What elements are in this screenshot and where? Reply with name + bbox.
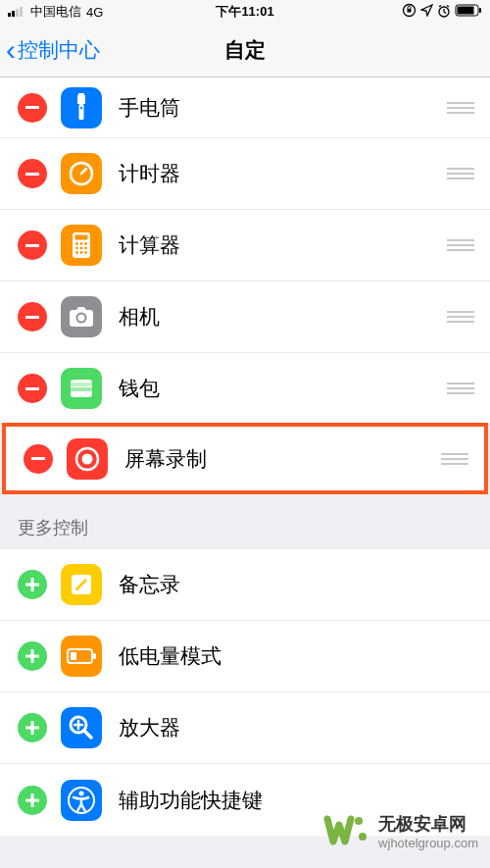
svg-rect-1 <box>12 11 15 17</box>
accessibility-icon <box>61 780 102 821</box>
svg-point-32 <box>80 251 83 254</box>
record-icon <box>67 438 108 480</box>
svg-point-62 <box>79 791 84 795</box>
add-button[interactable] <box>18 786 47 815</box>
drag-handle-icon[interactable] <box>447 168 474 179</box>
svg-rect-60 <box>25 798 39 801</box>
svg-point-28 <box>75 247 78 250</box>
svg-line-10 <box>447 5 449 7</box>
svg-rect-19 <box>25 173 39 176</box>
page-title: 自定 <box>224 36 266 64</box>
drag-handle-icon[interactable] <box>447 102 474 114</box>
remove-button[interactable] <box>18 93 47 123</box>
lock-rotation-icon <box>402 3 416 21</box>
svg-rect-24 <box>75 235 88 240</box>
row-label: 备忘录 <box>119 571 474 598</box>
drag-handle-icon[interactable] <box>447 383 474 394</box>
row-label: 计时器 <box>119 160 447 187</box>
svg-rect-52 <box>71 652 76 660</box>
add-button[interactable] <box>18 641 47 671</box>
svg-rect-51 <box>93 653 96 659</box>
svg-rect-46 <box>25 584 39 587</box>
list-item-notes: 备忘录 <box>0 549 490 621</box>
svg-rect-54 <box>25 727 39 730</box>
svg-rect-5 <box>408 9 412 13</box>
drag-handle-icon[interactable] <box>447 311 474 323</box>
low-battery-icon <box>61 636 102 677</box>
svg-rect-40 <box>71 383 92 386</box>
notes-icon <box>61 564 102 605</box>
remove-button[interactable] <box>18 230 47 260</box>
back-button[interactable]: ‹ 控制中心 <box>0 33 100 67</box>
row-label: 计算器 <box>119 231 447 259</box>
svg-point-37 <box>78 315 85 322</box>
svg-line-56 <box>84 731 91 738</box>
svg-rect-3 <box>20 7 23 17</box>
network-label: 4G <box>86 5 103 20</box>
list-item-timer: 计时器 <box>0 138 490 210</box>
watermark: 无极安卓网 wjhotelgroup.com <box>323 807 478 854</box>
svg-line-8 <box>444 12 446 14</box>
status-bar: 中国电信 4G 下午11:01 <box>0 0 490 24</box>
battery-icon <box>455 4 482 20</box>
alarm-icon <box>437 4 451 21</box>
row-label: 低电量模式 <box>119 642 474 670</box>
svg-point-30 <box>84 247 87 250</box>
navigation-bar: ‹ 控制中心 自定 <box>0 24 490 77</box>
svg-point-17 <box>80 106 82 108</box>
flashlight-icon <box>61 87 102 128</box>
remove-button[interactable] <box>18 374 47 403</box>
svg-point-27 <box>84 242 87 245</box>
row-label: 屏幕录制 <box>124 445 441 473</box>
svg-point-29 <box>80 247 83 250</box>
svg-rect-22 <box>25 244 39 247</box>
svg-point-31 <box>75 251 78 254</box>
svg-line-9 <box>439 5 441 7</box>
signal-icon <box>8 5 25 20</box>
svg-point-64 <box>359 833 367 841</box>
svg-point-63 <box>355 817 363 825</box>
svg-point-26 <box>80 242 83 245</box>
magnifier-icon <box>61 707 102 748</box>
list-item-screen-recording: 屏幕录制 <box>2 423 488 494</box>
svg-rect-14 <box>25 106 39 109</box>
list-item-wallet: 钱包 <box>0 353 490 425</box>
more-controls-list: 备忘录 低电量模式 放大器 辅助功能快捷键 <box>0 549 490 836</box>
list-item-camera: 相机 <box>0 281 490 353</box>
add-button[interactable] <box>18 570 47 599</box>
svg-point-44 <box>82 453 93 464</box>
remove-button[interactable] <box>18 302 47 332</box>
remove-button[interactable] <box>24 444 53 474</box>
calculator-icon <box>61 225 102 266</box>
row-label: 放大器 <box>119 714 474 741</box>
svg-rect-41 <box>71 387 92 391</box>
location-icon <box>420 4 433 20</box>
chevron-left-icon: ‹ <box>6 33 16 67</box>
svg-point-25 <box>75 242 78 245</box>
svg-point-33 <box>84 251 87 254</box>
svg-rect-16 <box>79 104 84 120</box>
svg-rect-42 <box>31 457 45 460</box>
list-item-calculator: 计算器 <box>0 210 490 281</box>
watermark-url: wjhotelgroup.com <box>378 836 478 850</box>
svg-rect-34 <box>25 316 39 319</box>
svg-rect-12 <box>458 7 474 15</box>
included-controls-list: 手电筒 计时器 计算器 相机 钱包 屏幕录制 <box>0 77 490 494</box>
carrier-label: 中国电信 <box>30 3 81 21</box>
camera-icon <box>61 296 102 337</box>
section-header-more: 更多控制 <box>0 492 490 549</box>
list-item-magnifier: 放大器 <box>0 692 490 764</box>
drag-handle-icon[interactable] <box>441 453 468 465</box>
svg-rect-2 <box>16 9 19 17</box>
back-label: 控制中心 <box>18 36 100 64</box>
svg-rect-49 <box>25 655 39 658</box>
timer-icon <box>61 153 102 194</box>
row-label: 钱包 <box>119 375 447 402</box>
row-label: 手电筒 <box>119 94 447 122</box>
svg-line-21 <box>81 169 86 174</box>
row-label: 相机 <box>119 303 447 331</box>
status-time: 下午11:01 <box>216 3 273 21</box>
add-button[interactable] <box>18 713 47 742</box>
remove-button[interactable] <box>18 159 47 188</box>
drag-handle-icon[interactable] <box>447 239 474 251</box>
